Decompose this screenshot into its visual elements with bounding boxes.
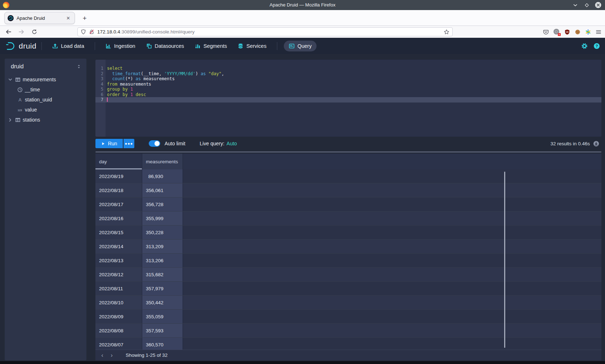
cell-measurements[interactable]: 86,930 bbox=[142, 169, 183, 183]
run-button[interactable]: Run bbox=[95, 139, 123, 148]
table-row: 2022/08/11357,979 bbox=[95, 282, 601, 296]
nav-ingestion[interactable]: Ingestion bbox=[100, 38, 141, 54]
live-query-label: Live query: bbox=[200, 141, 224, 146]
segments-icon bbox=[195, 43, 201, 49]
cell-day[interactable]: 2022/08/17 bbox=[95, 197, 142, 211]
maximize-icon[interactable] bbox=[583, 2, 590, 8]
pagination-status: Showing 1-25 of 32 bbox=[126, 352, 167, 358]
sql-editor[interactable]: 1select2 time_format(__time, 'YYYY/MM/dd… bbox=[95, 60, 601, 137]
app-nav: Load dataIngestionDatasourcesSegmentsSer… bbox=[47, 38, 318, 54]
cell-measurements[interactable]: 315,682 bbox=[142, 268, 183, 281]
reload-icon[interactable] bbox=[29, 27, 40, 37]
number-icon: 123 bbox=[17, 107, 23, 113]
cell-measurements[interactable]: 356,728 bbox=[142, 197, 183, 211]
cell-measurements[interactable]: 357,593 bbox=[142, 324, 183, 337]
cell-day[interactable]: 2022/08/15 bbox=[95, 226, 142, 239]
cell-day[interactable]: 2022/08/16 bbox=[95, 211, 142, 225]
screen: Apache Druid — Mozilla Firefox Apache Dr… bbox=[0, 0, 605, 364]
query-icon bbox=[289, 43, 295, 49]
download-icon[interactable] bbox=[593, 141, 599, 147]
table-icon bbox=[15, 77, 21, 82]
chevron-right-icon[interactable] bbox=[8, 118, 13, 122]
chevron-down-icon[interactable] bbox=[8, 77, 13, 82]
double-caret-icon[interactable] bbox=[76, 64, 81, 69]
column-header-day[interactable]: day bbox=[95, 154, 142, 169]
window-title: Apache Druid — Mozilla Firefox bbox=[0, 0, 605, 10]
schema-selector[interactable]: druid bbox=[5, 59, 86, 74]
pocket-icon[interactable] bbox=[543, 29, 549, 35]
cell-day[interactable]: 2022/08/11 bbox=[95, 282, 142, 295]
extension-icon[interactable]: ⬡x bbox=[554, 29, 560, 35]
prev-page-icon[interactable]: ‹ bbox=[98, 351, 107, 360]
brand-text: druid bbox=[19, 42, 36, 50]
nav-datasources[interactable]: Datasources bbox=[141, 38, 189, 54]
cell-measurements[interactable]: 355,059 bbox=[142, 310, 183, 323]
insecure-lock-icon[interactable] bbox=[89, 29, 94, 35]
druid-logo[interactable]: druid bbox=[5, 41, 36, 51]
nav-segments[interactable]: Segments bbox=[189, 38, 232, 54]
schema-sidebar: druid measurements__timeAstation_uuid123… bbox=[5, 59, 86, 360]
cell-day[interactable]: 2022/08/09 bbox=[95, 310, 142, 323]
shield-icon[interactable] bbox=[81, 29, 86, 35]
cell-day[interactable]: 2022/08/08 bbox=[95, 324, 142, 337]
column-__time[interactable]: __time bbox=[5, 85, 86, 95]
load-data-icon bbox=[52, 43, 58, 49]
cell-measurements[interactable]: 356,061 bbox=[142, 183, 183, 197]
cell-measurements[interactable]: 360,570 bbox=[142, 338, 183, 350]
svg-text:A: A bbox=[18, 97, 22, 102]
nav-services[interactable]: Services bbox=[232, 38, 272, 54]
schema-tree: measurements__timeAstation_uuid123values… bbox=[5, 74, 86, 125]
table-row: 2022/08/08357,593 bbox=[95, 324, 601, 338]
cell-measurements[interactable]: 350,442 bbox=[142, 296, 183, 309]
cell-day[interactable]: 2022/08/14 bbox=[95, 240, 142, 253]
datasource-stations[interactable]: stations bbox=[5, 115, 86, 125]
browser-tab[interactable]: Apache Druid ✕ bbox=[4, 12, 75, 24]
next-page-icon[interactable]: › bbox=[107, 351, 116, 360]
column-header-measurements[interactable]: measurements bbox=[142, 154, 183, 169]
cell-filler bbox=[183, 254, 601, 267]
datasource-measurements[interactable]: measurements bbox=[5, 74, 86, 85]
help-icon[interactable]: ? bbox=[593, 43, 600, 49]
minimize-icon[interactable] bbox=[572, 2, 578, 8]
cell-day[interactable]: 2022/08/19 bbox=[95, 169, 142, 183]
forward-icon[interactable] bbox=[16, 27, 27, 37]
extension-asterisk-icon[interactable] bbox=[585, 29, 591, 35]
column-station_uuid[interactable]: Astation_uuid bbox=[5, 95, 86, 105]
ingestion-icon bbox=[106, 43, 111, 49]
cell-measurements[interactable]: 313,206 bbox=[142, 254, 183, 267]
url-bar[interactable]: 172.18.0.4:30899/unified-console.html#qu… bbox=[77, 27, 453, 36]
back-icon[interactable] bbox=[3, 27, 14, 37]
nav-query[interactable]: Query bbox=[284, 41, 317, 51]
cell-day[interactable]: 2022/08/10 bbox=[95, 296, 142, 309]
cell-filler bbox=[183, 183, 601, 197]
new-tab-button[interactable]: + bbox=[80, 14, 89, 23]
settings-gear-icon[interactable] bbox=[581, 43, 588, 49]
column-value[interactable]: 123value bbox=[5, 105, 86, 115]
cell-day[interactable]: 2022/08/13 bbox=[95, 254, 142, 267]
auto-limit-toggle[interactable] bbox=[149, 140, 160, 147]
cell-measurements[interactable]: 350,228 bbox=[142, 226, 183, 239]
line-number: 3 bbox=[95, 76, 103, 82]
cell-day[interactable]: 2022/08/18 bbox=[95, 183, 142, 197]
cookie-icon[interactable] bbox=[575, 29, 581, 35]
nav-load-data[interactable]: Load data bbox=[47, 38, 90, 54]
cell-measurements[interactable]: 355,999 bbox=[142, 211, 183, 225]
cell-measurements[interactable]: 357,979 bbox=[142, 282, 183, 295]
tab-close-icon[interactable]: ✕ bbox=[65, 15, 72, 22]
live-query-value[interactable]: Auto bbox=[227, 141, 237, 146]
table-scrollbar[interactable] bbox=[504, 172, 505, 348]
code-line: time_format(__time, 'YYYY/MM/dd') as "da… bbox=[107, 71, 601, 77]
separator bbox=[95, 42, 95, 50]
splitter-handle[interactable] bbox=[95, 151, 601, 153]
table-footer: ‹ › Showing 1-25 of 32 bbox=[95, 350, 601, 360]
cell-measurements[interactable]: 313,209 bbox=[142, 240, 183, 253]
close-icon[interactable] bbox=[595, 2, 601, 8]
code-line: order by 1 desc bbox=[107, 92, 601, 97]
cell-day[interactable]: 2022/08/07 bbox=[95, 338, 142, 350]
run-more-button[interactable]: ●●● bbox=[124, 139, 134, 148]
menu-icon[interactable] bbox=[596, 29, 601, 35]
bookmark-star-icon[interactable] bbox=[444, 29, 449, 35]
cell-day[interactable]: 2022/08/12 bbox=[95, 268, 142, 281]
ublock-icon[interactable]: U0 bbox=[564, 29, 570, 35]
table-row: 2022/08/13313,206 bbox=[95, 254, 601, 268]
